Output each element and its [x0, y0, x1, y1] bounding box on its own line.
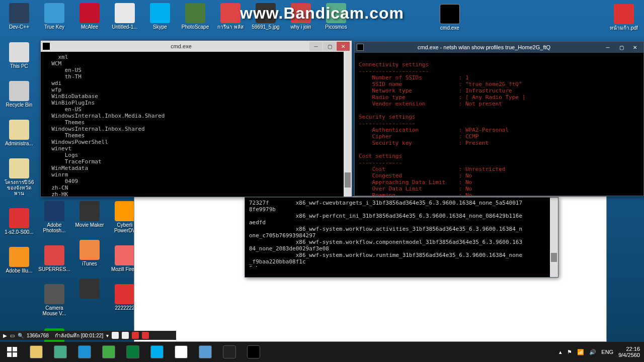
tray-up-icon[interactable]: ▴: [559, 349, 562, 355]
rec-resolution: 1366x768: [27, 333, 49, 338]
desktop-icon[interactable]: Adobe Illu...: [2, 246, 36, 275]
taskbar-item-chrome[interactable]: [169, 342, 193, 362]
taskbar-item-store[interactable]: [97, 342, 121, 362]
tray-lang[interactable]: ENG: [601, 349, 613, 355]
cmd-icon: [357, 44, 364, 51]
desktop-icon[interactable]: Skype: [143, 2, 177, 40]
desktop-icon-cmd[interactable]: cmd.exe: [433, 3, 467, 32]
cmd-window-1[interactable]: cmd.exe ─ ▢ ✕ xml WCM en-US th-TH wdi wf…: [40, 40, 352, 197]
tray-time[interactable]: 22:16: [618, 346, 640, 352]
rec-camera-button[interactable]: [112, 332, 119, 339]
close-button[interactable]: ✕: [628, 43, 641, 52]
desktop-icon[interactable]: True Key: [37, 2, 71, 40]
desktop-icon[interactable]: 1-s2.0-S00...: [2, 207, 36, 236]
svg-rect-2: [7, 352, 12, 357]
close-button[interactable]: ✕: [337, 42, 350, 51]
window-title-2: cmd.exe - netsh wlan show profiles true_…: [367, 44, 601, 50]
desktop-icon[interactable]: Administra...: [2, 119, 36, 147]
taskbar-item-cmd[interactable]: [242, 342, 266, 362]
desktop-icon[interactable]: โครงการปี 56 ของจังหวัดพาน: [2, 157, 36, 197]
tray-volume-icon[interactable]: 🔊: [589, 349, 596, 355]
desktop-icon[interactable]: [72, 278, 107, 301]
tray-network-icon[interactable]: 📶: [577, 349, 584, 355]
rec-screen-icon: ▭: [10, 333, 15, 338]
desktop-icon[interactable]: PhotoScape: [178, 2, 212, 40]
titlebar-1[interactable]: cmd.exe ─ ▢ ✕: [41, 41, 352, 52]
desktop-icon[interactable]: SUPERRES...: [37, 244, 71, 273]
windows-logo-icon: [7, 347, 17, 357]
minimize-button[interactable]: ─: [601, 43, 614, 52]
svg-rect-0: [7, 347, 12, 351]
scrollbar[interactable]: [550, 198, 558, 277]
bandicam-watermark: www.Bandicam.com: [240, 4, 404, 23]
terminal-body-2: Connectivity settings ------------------…: [355, 53, 643, 196]
terminal-body-1: xml WCM en-US th-TH wdi wfp WinBioDataba…: [41, 52, 352, 197]
rec-stop-button[interactable]: [142, 332, 149, 339]
desktop-icon[interactable]: Adobe Photosh...: [37, 200, 71, 234]
taskbar-item-explorer[interactable]: [24, 342, 48, 362]
taskbar-item-bandicam[interactable]: [217, 342, 242, 362]
desktop-icon[interactable]: This PC: [2, 41, 36, 70]
taskbar: ▴ ⚑ 📶 🔊 ENG 22:16 9/4/2560: [0, 342, 644, 362]
tray-date[interactable]: 9/4/2560: [618, 352, 640, 358]
system-tray[interactable]: ▴ ⚑ 📶 🔊 ENG 22:16 9/4/2560: [559, 346, 644, 358]
taskbar-item-windows-store[interactable]: [121, 342, 145, 362]
start-button[interactable]: [0, 342, 24, 362]
maximize-button[interactable]: ▢: [615, 43, 628, 52]
taskbar-item-start-menu[interactable]: [48, 342, 72, 362]
rec-pen-button[interactable]: [122, 332, 129, 339]
desktop-icon[interactable]: Dev-C++: [2, 2, 36, 40]
desktop-icons-left3: Movie MakeriTunes: [72, 200, 107, 301]
tray-flag-icon[interactable]: ⚑: [567, 349, 572, 355]
rec-record-button[interactable]: [132, 332, 139, 339]
minimize-button[interactable]: ─: [309, 42, 323, 51]
cmd-icon: [43, 43, 50, 50]
desktop-icon[interactable]: Movie Maker: [72, 200, 107, 229]
desktop-icon[interactable]: Untitled-1...: [108, 2, 142, 40]
desktop-icon[interactable]: McAfee: [72, 2, 107, 40]
rec-indicator-icon: ▶: [3, 333, 7, 338]
svg-rect-3: [13, 352, 17, 357]
bandicam-rec-bar[interactable]: ▶ ▭ 🔍 1366x768 กำลังบันทึก [00:01:22] ▾: [0, 331, 176, 340]
desktop: www.Bandicam.com Dev-C++True KeyMcAfeeUn…: [0, 0, 644, 362]
desktop-icon[interactable]: iTunes: [72, 239, 107, 267]
cmd-window-2[interactable]: cmd.exe - netsh wlan show profiles true_…: [354, 41, 644, 196]
cmd-window-3[interactable]: 72327f x86_wwf-cwevbtargets_i_31bf3856ad…: [245, 197, 558, 278]
taskbar-item-skype[interactable]: [145, 342, 169, 362]
taskbar-item-ie[interactable]: [72, 342, 97, 362]
scrollbar[interactable]: [344, 52, 352, 197]
titlebar-2[interactable]: cmd.exe - netsh wlan show profiles true_…: [355, 42, 643, 53]
rec-magnify-icon: 🔍: [18, 333, 24, 338]
desktop-icon[interactable]: Recycle Bin: [2, 80, 36, 109]
rec-dropdown-icon[interactable]: ▾: [106, 333, 109, 338]
desktop-icon[interactable]: หน้ามก้า.pdf: [607, 3, 641, 32]
maximize-button[interactable]: ▢: [323, 42, 336, 51]
desktop-icons-left: This PCRecycle BinAdministra...โครงการปี…: [2, 41, 36, 275]
rec-status: กำลังบันทึก [00:01:22]: [55, 332, 103, 339]
svg-rect-1: [13, 347, 17, 351]
taskbar-item-notepad[interactable]: [193, 342, 217, 362]
window-title-1: cmd.exe: [53, 43, 309, 49]
desktop-icon[interactable]: Camera Mouse V...: [37, 283, 71, 317]
terminal-body-3: 72327f x86_wwf-cwevbtargets_i_31bf3856ad…: [245, 198, 558, 267]
